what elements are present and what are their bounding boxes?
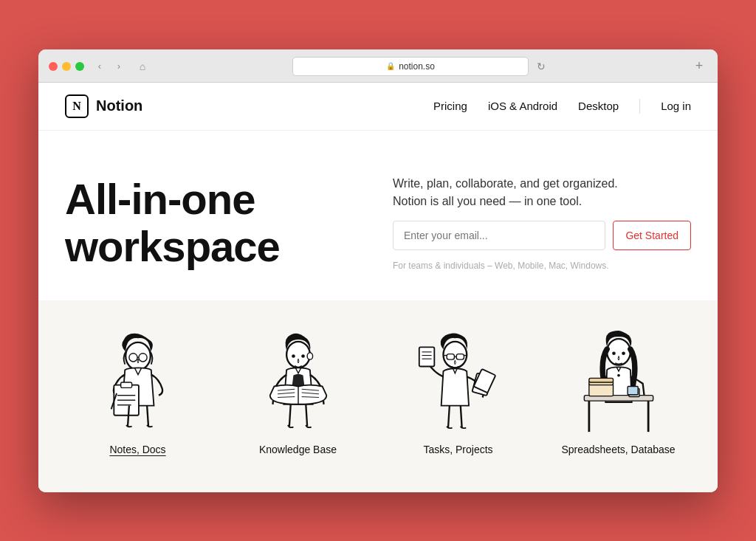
svg-rect-5 [120, 382, 131, 387]
nav-desktop[interactable]: Desktop [578, 100, 619, 112]
svg-point-35 [622, 351, 625, 355]
hero-title-line1: All-in-one [65, 175, 255, 223]
svg-rect-27 [419, 347, 434, 366]
illustration-spreadsheets-database [567, 330, 670, 433]
svg-point-33 [607, 339, 630, 365]
feature-label-notes-docs: Notes, Docs [109, 444, 165, 455]
back-button[interactable]: ‹ [92, 58, 108, 75]
nav-arrows: ‹ › [92, 58, 127, 75]
address-bar[interactable]: 🔒 notion.so [292, 57, 529, 76]
feature-label-knowledge-base: Knowledge Base [259, 444, 337, 455]
nav-login[interactable]: Log in [661, 100, 691, 112]
illustration-tasks-projects [407, 330, 510, 433]
logo-area: N Notion [65, 94, 142, 118]
browser-window: ‹ › ⌂ 🔒 notion.so ↻ + N Notion [38, 49, 718, 492]
svg-point-34 [612, 351, 616, 355]
nav-links: Pricing iOS & Android Desktop Log in [433, 99, 691, 114]
hero-subtext: For teams & individuals – Web, Mobile, M… [393, 261, 691, 271]
close-button[interactable] [49, 62, 58, 71]
notion-logo: N [65, 94, 89, 118]
svg-point-36 [617, 373, 620, 376]
site-nav: N Notion Pricing iOS & Android Desktop L… [38, 83, 718, 131]
svg-point-13 [301, 354, 305, 358]
feature-notes-docs: Notes, Docs [72, 330, 205, 455]
reload-button[interactable]: ↻ [533, 58, 549, 75]
lock-icon: 🔒 [386, 62, 395, 70]
feature-spreadsheets-database: Spreadsheets, Database [552, 330, 685, 455]
logo-letter: N [72, 100, 81, 113]
forward-button[interactable]: › [111, 58, 127, 75]
hero-section: All-in-one workspace Write, plan, collab… [38, 131, 718, 300]
svg-point-10 [286, 341, 310, 367]
get-started-button[interactable]: Get Started [613, 221, 691, 250]
email-input[interactable] [393, 221, 605, 250]
illustration-knowledge-base [247, 330, 350, 433]
svg-point-11 [307, 352, 312, 359]
new-tab-button[interactable]: + [691, 58, 707, 75]
browser-content: N Notion Pricing iOS & Android Desktop L… [38, 83, 718, 492]
feature-tasks-projects: Tasks, Projects [392, 330, 525, 455]
hero-subtitle: Write, plan, collaborate, and get organi… [393, 175, 691, 210]
hero-left: All-in-one workspace [65, 176, 363, 270]
nav-divider [639, 99, 640, 114]
maximize-button[interactable] [75, 62, 84, 71]
svg-rect-40 [588, 378, 613, 382]
minimize-button[interactable] [62, 62, 71, 71]
nav-ios-android[interactable]: iOS & Android [488, 100, 557, 112]
hero-title-line2: workspace [65, 222, 280, 270]
email-row: Get Started [393, 221, 691, 250]
svg-rect-42 [628, 386, 638, 394]
feature-label-spreadsheets-database: Spreadsheets, Database [561, 444, 675, 455]
logo-text: Notion [96, 97, 142, 114]
nav-pricing[interactable]: Pricing [433, 100, 467, 112]
feature-knowledge-base: Knowledge Base [232, 330, 365, 455]
url-text: notion.so [399, 61, 435, 72]
home-button[interactable]: ⌂ [134, 58, 151, 75]
svg-point-12 [292, 354, 295, 358]
feature-label-tasks-projects: Tasks, Projects [423, 444, 492, 455]
browser-chrome: ‹ › ⌂ 🔒 notion.so ↻ + [38, 49, 718, 83]
features-section: Notes, Docs [38, 300, 718, 492]
traffic-lights [49, 62, 84, 71]
hero-title: All-in-one workspace [65, 176, 363, 270]
illustration-notes-docs [86, 330, 190, 433]
address-bar-container: 🔒 notion.so ↻ [158, 57, 684, 76]
hero-right: Write, plan, collaborate, and get organi… [393, 175, 691, 271]
